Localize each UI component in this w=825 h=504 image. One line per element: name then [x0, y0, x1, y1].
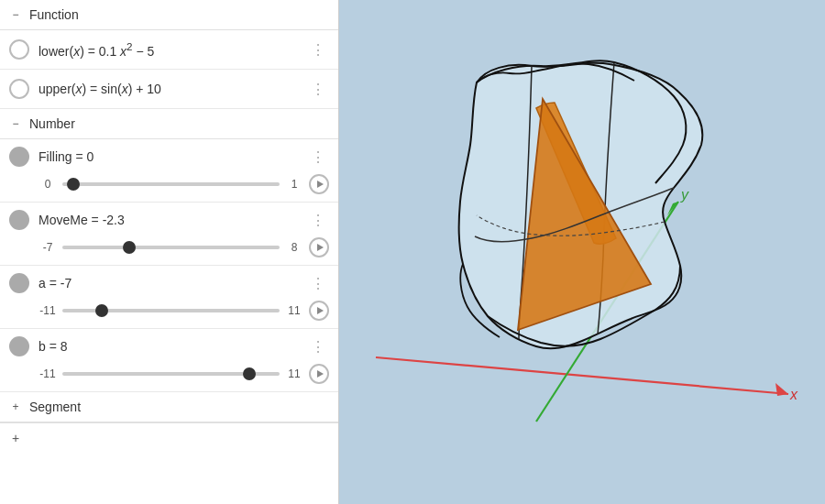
a-item: a = -7 ⋮ -11 11 [0, 266, 338, 329]
b-label: b = 8 [38, 339, 298, 354]
add-icon: + [9, 431, 22, 445]
lower-function-label: lower(x) = 0.1 x2 − 5 [38, 40, 298, 59]
function-collapse-icon: − [9, 8, 22, 21]
lower-options-button[interactable]: ⋮ [307, 41, 329, 59]
number-collapse-icon: − [9, 117, 22, 130]
moveme-label: MoveMe = -2.3 [38, 213, 298, 227]
filling-min: 0 [38, 178, 57, 191]
a-slider[interactable] [62, 301, 280, 320]
function-section-header[interactable]: − Function [0, 0, 338, 30]
svg-text:y: y [680, 187, 689, 203]
filling-indicator [9, 147, 29, 167]
left-panel: − Function lower(x) = 0.1 x2 − 5 ⋮ upper… [0, 0, 339, 504]
graph-canvas[interactable]: x y [339, 0, 825, 504]
b-options-button[interactable]: ⋮ [307, 338, 329, 356]
filling-slider[interactable] [62, 175, 280, 193]
b-slider[interactable] [62, 365, 280, 383]
number-section-header[interactable]: − Number [0, 109, 338, 139]
b-item: b = 8 ⋮ -11 11 [0, 329, 338, 392]
b-play-button[interactable] [309, 364, 329, 384]
a-max: 11 [285, 304, 303, 317]
svg-marker-1 [776, 383, 788, 396]
filling-max: 1 [285, 178, 303, 191]
filling-item: Filling = 0 ⋮ 0 1 [0, 139, 338, 203]
moveme-min: -7 [38, 241, 57, 254]
number-section-title: Number [29, 116, 75, 131]
segment-add-icon: + [9, 400, 22, 413]
a-indicator [9, 273, 29, 293]
add-section-footer[interactable]: + [0, 422, 338, 453]
lower-visibility-toggle[interactable] [9, 39, 29, 60]
upper-options-button[interactable]: ⋮ [307, 81, 329, 98]
moveme-indicator [9, 210, 29, 230]
a-options-button[interactable]: ⋮ [307, 275, 329, 292]
filling-options-button[interactable]: ⋮ [307, 148, 329, 166]
a-min: -11 [38, 304, 57, 317]
filling-label: Filling = 0 [38, 149, 298, 164]
moveme-slider[interactable] [62, 238, 280, 257]
segment-section-title: Segment [29, 400, 81, 414]
b-max: 11 [285, 367, 303, 380]
moveme-options-button[interactable]: ⋮ [307, 212, 329, 229]
a-play-button[interactable] [309, 301, 329, 321]
moveme-play-button[interactable] [309, 237, 329, 257]
b-indicator [9, 336, 29, 356]
a-label: a = -7 [38, 276, 298, 290]
segment-section-header[interactable]: + Segment [0, 392, 338, 422]
svg-line-0 [376, 357, 788, 394]
moveme-max: 8 [285, 241, 303, 254]
function-section-title: Function [29, 7, 79, 22]
function-lower-item: lower(x) = 0.1 x2 − 5 ⋮ [0, 30, 338, 70]
upper-function-label: upper(x) = sin(x) + 10 [38, 82, 298, 96]
function-upper-item: upper(x) = sin(x) + 10 ⋮ [0, 70, 338, 109]
upper-visibility-toggle[interactable] [9, 79, 29, 99]
moveme-item: MoveMe = -2.3 ⋮ -7 8 [0, 203, 338, 266]
filling-play-button[interactable] [309, 174, 329, 194]
svg-text:x: x [789, 387, 798, 402]
b-min: -11 [38, 367, 57, 380]
